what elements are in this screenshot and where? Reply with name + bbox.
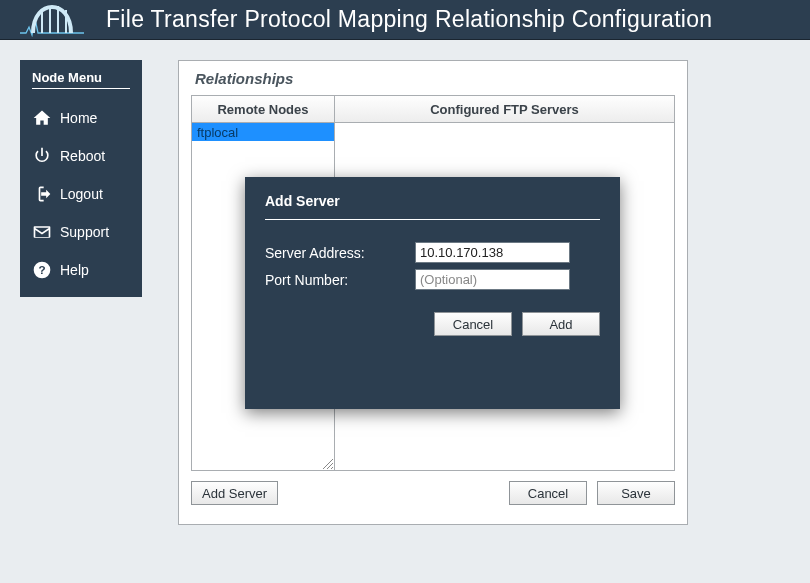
sidebar-item-home[interactable]: Home (32, 105, 130, 131)
sidebar-item-reboot[interactable]: Reboot (32, 143, 130, 169)
app-header: File Transfer Protocol Mapping Relations… (0, 0, 810, 40)
configured-servers-header: Configured FTP Servers (335, 96, 674, 122)
sidebar-item-label: Support (60, 224, 109, 240)
dialog-cancel-button[interactable]: Cancel (434, 312, 512, 336)
power-icon (32, 146, 52, 166)
sidebar-item-label: Help (60, 262, 89, 278)
svg-text:?: ? (38, 263, 45, 276)
add-server-dialog: Add Server Server Address: Port Number: … (245, 177, 620, 409)
remote-node-item[interactable]: ftplocal (192, 123, 334, 141)
page-title: File Transfer Protocol Mapping Relations… (106, 6, 712, 33)
cancel-button[interactable]: Cancel (509, 481, 587, 505)
add-server-button[interactable]: Add Server (191, 481, 278, 505)
dialog-title: Add Server (265, 193, 600, 220)
remote-nodes-header: Remote Nodes (192, 96, 335, 122)
sidebar-item-logout[interactable]: Logout (32, 181, 130, 207)
sidebar-item-support[interactable]: Support (32, 219, 130, 245)
panel-footer: Add Server Cancel Save (191, 481, 675, 505)
port-number-input[interactable] (415, 269, 570, 290)
logout-icon (32, 184, 52, 204)
home-icon (32, 108, 52, 128)
logo-icon (16, 3, 88, 37)
envelope-icon (32, 222, 52, 242)
server-address-label: Server Address: (265, 245, 405, 261)
columns-header: Remote Nodes Configured FTP Servers (191, 95, 675, 123)
help-icon: ? (32, 260, 52, 280)
panel-title: Relationships (191, 70, 675, 87)
dialog-add-button[interactable]: Add (522, 312, 600, 336)
port-number-label: Port Number: (265, 272, 405, 288)
sidebar-item-label: Home (60, 110, 97, 126)
save-button[interactable]: Save (597, 481, 675, 505)
sidebar-title: Node Menu (32, 70, 130, 89)
sidebar-item-help[interactable]: ? Help (32, 257, 130, 283)
sidebar-item-label: Logout (60, 186, 103, 202)
resize-handle-icon[interactable] (323, 459, 333, 469)
sidebar: Node Menu Home Reboot Logout Support (20, 60, 142, 297)
server-address-input[interactable] (415, 242, 570, 263)
sidebar-item-label: Reboot (60, 148, 105, 164)
